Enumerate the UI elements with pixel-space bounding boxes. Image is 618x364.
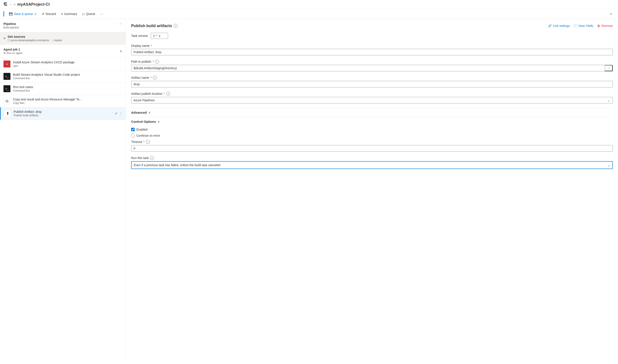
control-options-content: Enabled Continue on error Timeout * i Ru…	[131, 126, 613, 175]
path-info-icon[interactable]: i	[155, 60, 159, 64]
continue-on-error-row: Continue on error	[131, 134, 613, 137]
version-chevron-icon: ∨	[159, 34, 161, 38]
view-yaml-button[interactable]: 📄 View YAML	[573, 23, 594, 28]
required-marker: *	[153, 60, 154, 63]
breadcrumb-separator: >	[14, 3, 15, 6]
task-publish-artifact[interactable]: ⬆ Publish Artifact: drop Publish build a…	[0, 107, 126, 120]
discard-button[interactable]: ↺ Discard	[40, 11, 58, 17]
display-name-label: Display name *	[131, 44, 613, 48]
artifact-publish-location-select[interactable]: Azure Pipelines File share	[131, 97, 613, 104]
artifact-name-input[interactable]	[131, 81, 613, 87]
task-subtitle: Publish build artifacts	[14, 114, 112, 117]
panel-title: Publish build artifacts	[131, 24, 172, 28]
task-subtitle: npm	[13, 65, 122, 67]
task-subtitle: Copy files	[13, 102, 122, 104]
remove-button[interactable]: 🗑 Remove	[597, 23, 613, 28]
timeout-info-icon[interactable]: i	[146, 140, 150, 144]
artifact-publish-location-label: Artifact publish location * i	[131, 92, 613, 96]
more-button[interactable]: ···	[98, 11, 105, 17]
app-icon: 🏗	[3, 2, 7, 7]
left-panel: Pipeline Build pipeline ··· ≡ Get source…	[0, 19, 126, 361]
get-sources-meta: ⬡ azure-streamanalytics-cicd-demo ⑂ mast…	[8, 39, 62, 42]
task-title: Install Azure Stream Analytics CI/CD pac…	[13, 61, 122, 64]
task-copy-test[interactable]: ⧉ Copy test result and Azure Resource Ma…	[0, 95, 126, 107]
summary-icon: ≡	[61, 12, 63, 16]
top-bar: 🏗 ··· > myASAProject-CI	[0, 0, 618, 9]
task-check-icon: ✓	[115, 111, 118, 116]
task-subtitle: Command line	[13, 89, 122, 92]
toolbar-accent	[3, 11, 4, 16]
chevron-down-icon: ∨	[34, 12, 37, 16]
control-options-section-header[interactable]: Control Options ∧	[131, 117, 613, 126]
path-to-publish-input[interactable]	[131, 65, 605, 71]
run-this-task-select[interactable]: Only when all previous tasks have succee…	[131, 161, 613, 169]
save-icon: 💾	[9, 12, 13, 16]
repo-icon: ⬡	[8, 39, 10, 42]
toolbar: 💾 Save & queue ∨ ↺ Discard ≡ Summary ▷ Q…	[0, 9, 618, 19]
display-name-group: Display name *	[131, 44, 613, 55]
path-ellipsis-button[interactable]: ···	[605, 65, 613, 71]
enabled-label[interactable]: Enabled	[136, 128, 148, 131]
task-version-select[interactable]: 1.* ∨	[151, 33, 168, 39]
task-title: Build Stream Analytics Visual Studio Cod…	[13, 73, 122, 76]
cmd-icon: >_	[3, 85, 10, 92]
link-icon: 🔗	[548, 24, 551, 27]
right-panel: Publish build artifacts i 🔗 Link setting…	[126, 19, 618, 361]
task-title: Publish Artifact: drop	[14, 110, 112, 114]
get-sources-title: Get sources	[8, 35, 62, 39]
pipeline-subtitle: Build pipeline	[3, 26, 19, 29]
version-value: 1.*	[153, 34, 157, 38]
cmd-icon: >_	[3, 73, 10, 80]
task-build-stream[interactable]: >_ Build Stream Analytics Visual Studio …	[0, 70, 126, 83]
title-info-icon[interactable]: i	[174, 24, 178, 28]
artifact-publish-location-select-wrapper: Azure Pipelines File share	[131, 97, 613, 104]
continue-on-error-label[interactable]: Continue on error	[136, 134, 160, 137]
agent-job-subtitle: ⚙ Run on agent	[3, 52, 22, 55]
artifact-info-icon[interactable]: i	[153, 76, 157, 80]
repo-meta: ⬡ azure-streamanalytics-cicd-demo	[8, 39, 49, 42]
task-run-test[interactable]: >_ Run test cases Command line	[0, 83, 126, 95]
queue-icon: ▷	[82, 12, 85, 16]
pipeline-more-button[interactable]: ···	[119, 22, 122, 26]
continue-on-error-checkbox[interactable]	[131, 134, 135, 137]
artifact-name-group: Artifact name * i	[131, 76, 613, 87]
page-title: myASAProject-CI	[17, 2, 50, 7]
pipeline-header: Pipeline Build pipeline ···	[0, 19, 126, 32]
copy-icon: ⧉	[3, 98, 10, 104]
timeout-input[interactable]	[131, 145, 613, 152]
npm-icon: n	[3, 61, 10, 67]
advanced-section-header[interactable]: Advanced ∨	[131, 108, 613, 117]
task-install-azure[interactable]: n Install Azure Stream Analytics CI/CD p…	[0, 58, 126, 70]
artifact-name-label: Artifact name * i	[131, 76, 613, 80]
required-marker: *	[151, 44, 152, 48]
top-bar-dots[interactable]: ···	[9, 3, 12, 7]
timeout-group: Timeout * i	[131, 140, 613, 152]
agent-job-header: Agent job 1 ⚙ Run on agent +	[0, 45, 126, 58]
task-title: Copy test result and Azure Resource Mana…	[13, 98, 122, 101]
agent-job-title: Agent job 1	[3, 48, 22, 51]
task-title: Run test cases	[13, 85, 122, 89]
run-this-task-group: Run this task i Only when all previous t…	[131, 156, 613, 169]
queue-button[interactable]: ▷ Queue	[80, 11, 97, 17]
control-options-chevron-icon: ∧	[158, 120, 160, 123]
run-this-task-label: Run this task i	[131, 156, 613, 160]
advanced-chevron-icon: ∨	[149, 111, 151, 114]
path-to-publish-group: Path to publish * i ···	[131, 60, 613, 71]
enabled-checkbox[interactable]	[131, 128, 135, 131]
get-sources-item[interactable]: ≡ Get sources ⬡ azure-streamanalytics-ci…	[0, 32, 126, 45]
control-options-label: Control Options	[131, 120, 156, 123]
summary-button[interactable]: ≡ Summary	[59, 11, 79, 17]
pipeline-title: Pipeline	[3, 22, 19, 26]
expand-button[interactable]: ⤢	[608, 11, 615, 17]
run-task-info-icon[interactable]: i	[150, 156, 154, 160]
main-layout: Pipeline Build pipeline ··· ≡ Get source…	[0, 19, 618, 361]
save-queue-button[interactable]: 💾 Save & queue ∨	[7, 11, 39, 17]
display-name-input[interactable]	[131, 49, 613, 55]
task-version-row: Task version 1.* ∨	[131, 33, 613, 39]
task-more-icon[interactable]: ⋮	[120, 112, 122, 115]
link-settings-button[interactable]: 🔗 Link settings	[548, 23, 570, 28]
location-info-icon[interactable]: i	[166, 92, 170, 96]
required-marker: *	[143, 140, 144, 143]
add-task-button[interactable]: +	[120, 49, 122, 54]
advanced-label: Advanced	[131, 111, 147, 114]
